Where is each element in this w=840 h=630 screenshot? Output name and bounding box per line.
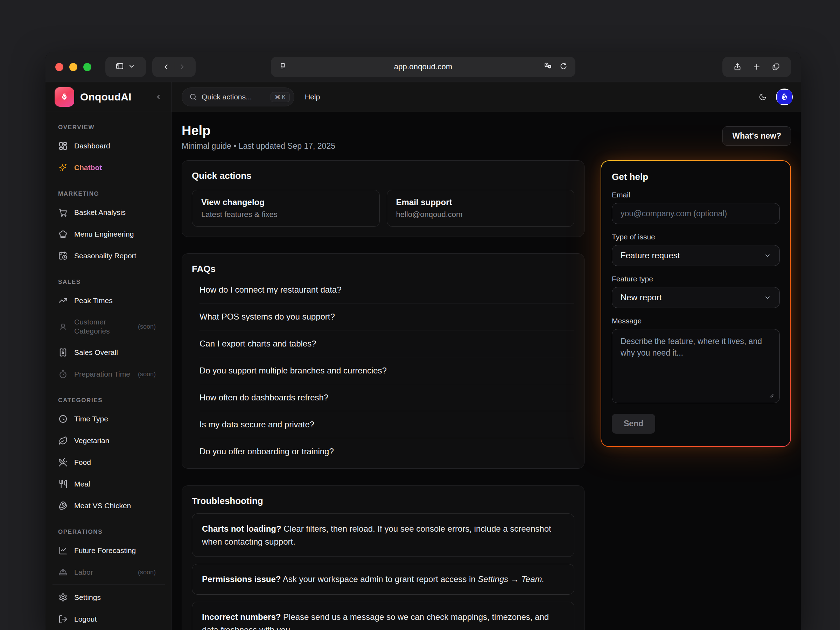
sidebar-item-label: Chatbot [74, 163, 102, 172]
troubleshooting-italic: Settings → Team. [478, 574, 544, 584]
faq-item-2[interactable]: What POS systems do you support? [199, 303, 574, 330]
new-tab-icon[interactable] [753, 63, 761, 71]
sidebar-item-preparation-time[interactable]: Preparation Time(soon) [52, 363, 165, 385]
feature-type-value: New report [621, 293, 662, 302]
sidebar-item-settings[interactable]: Settings [52, 587, 165, 608]
sidebar-item-label: Meal [74, 480, 90, 489]
troubleshooting-item-3: Incorrect numbers? Please send us a mess… [192, 602, 574, 630]
sidebar-footer: SettingsLogout [52, 584, 165, 630]
browser-sidebar-toggle[interactable] [105, 57, 146, 77]
sidebar-item-chatbot[interactable]: Chatbot [52, 157, 165, 178]
sidebar-item-sales-overall[interactable]: Sales Overall [52, 342, 165, 363]
faq-item-4[interactable]: Do you support multiple branches and cur… [199, 357, 574, 384]
sidebar-item-seasonality-report[interactable]: Seasonality Report [52, 245, 165, 267]
sidebar-item-label: Food [74, 458, 91, 467]
faq-item-1[interactable]: How do I connect my restaurant data? [199, 276, 574, 303]
faq-item-3[interactable]: Can I export charts and tables? [199, 330, 574, 357]
cart-icon [58, 208, 68, 217]
issue-type-select[interactable]: Feature request [612, 245, 780, 266]
utensils-crossed-icon [58, 458, 68, 467]
view-changelog-button[interactable]: View changelogLatest features & fixes [192, 190, 380, 227]
soon-badge: (soon) [134, 323, 156, 330]
whats-new-button[interactable]: What's new? [722, 126, 791, 145]
feature-type-select[interactable]: New report [612, 287, 780, 308]
sidebar-item-label: Peak Times [74, 296, 113, 305]
share-icon[interactable] [733, 63, 742, 71]
nav-item-help[interactable]: Help [305, 93, 320, 101]
sidebar-item-meal[interactable]: Meal [52, 473, 165, 495]
feature-type-label: Feature type [612, 275, 780, 283]
sidebar-item-label: Sales Overall [74, 348, 118, 357]
sidebar-item-menu-engineering[interactable]: Menu Engineering [52, 223, 165, 245]
sidebar-collapse-button[interactable] [154, 93, 163, 101]
close-window-button[interactable] [55, 63, 63, 71]
email-support-button[interactable]: Email supporthello@onqoud.com [387, 190, 575, 227]
sidebar: OnqoudAI OVERVIEWDashboardChatbotMARKETI… [46, 82, 172, 630]
calendar-clock-icon [58, 251, 68, 261]
translate-icon[interactable] [544, 62, 552, 72]
sidebar-section-label-overview: OVERVIEW [58, 124, 165, 131]
search-icon [189, 93, 197, 101]
leaf-icon [58, 436, 68, 445]
troubleshooting-text: Ask your workspace admin to grant report… [281, 574, 478, 584]
sparkles-icon [58, 163, 68, 172]
sidebar-item-labor[interactable]: Labor(soon) [52, 561, 165, 579]
message-field[interactable] [612, 329, 780, 403]
email-field[interactable] [612, 203, 780, 224]
sidebar-item-meat-vs-chicken[interactable]: Meat VS Chicken [52, 495, 165, 516]
browser-actions [722, 57, 791, 77]
sidebar-item-label: Seasonality Report [74, 251, 136, 261]
browser-window: app.onqoud.com OnqoudAI OVERVIEWDashboar… [46, 52, 801, 630]
faq-item-6[interactable]: Is my data secure and private? [199, 411, 574, 438]
faq-item-7[interactable]: Do you offer onboarding or training? [199, 438, 574, 465]
email-label: Email [612, 191, 780, 199]
sidebar-item-time-type[interactable]: Time Type [52, 408, 165, 430]
quick-action-title: View changelog [201, 197, 370, 207]
quick-action-subtitle: Latest features & fixes [201, 210, 370, 219]
user-avatar[interactable] [776, 88, 793, 105]
sidebar-item-basket-analysis[interactable]: Basket Analysis [52, 202, 165, 223]
raspberry-icon [60, 93, 69, 101]
sidebar-item-vegetarian[interactable]: Vegetarian [52, 430, 165, 452]
page-subtitle: Minimal guide • Last updated Sep 17, 202… [182, 141, 335, 151]
sidebar-item-customer-categories[interactable]: Customer Categories(soon) [52, 311, 165, 342]
address-bar[interactable]: app.onqoud.com [271, 57, 575, 77]
sidebar-item-food[interactable]: Food [52, 452, 165, 473]
sidebar-item-label: Settings [74, 593, 101, 602]
back-button[interactable] [162, 63, 171, 71]
minimize-window-button[interactable] [69, 63, 77, 71]
sidebar-item-label: Menu Engineering [74, 230, 134, 239]
chevron-down-icon [763, 293, 772, 302]
sidebar-section-label-categories: CATEGORIES [58, 397, 165, 404]
sidebar-item-logout[interactable]: Logout [52, 608, 165, 630]
sidebar-item-label: Customer Categories [74, 317, 134, 336]
troubleshooting-title: Troubleshooting [192, 496, 574, 507]
zoom-window-button[interactable] [83, 63, 92, 71]
sidebar-item-label: Basket Analysis [74, 208, 126, 217]
clock-icon [58, 414, 68, 424]
quick-actions-search[interactable]: Quick actions... ⌘ K [182, 87, 294, 106]
search-shortcut-badge: ⌘ K [270, 92, 290, 102]
avatar-raspberry-icon [780, 93, 789, 101]
browser-history-nav [152, 57, 196, 77]
sidebar-item-label: Vegetarian [74, 436, 109, 445]
hard-hat-icon [58, 567, 68, 577]
get-help-title: Get help [612, 172, 780, 182]
sidebar-item-dashboard[interactable]: Dashboard [52, 135, 165, 157]
url-text: app.onqoud.com [394, 62, 453, 71]
faq-item-5[interactable]: How often do dashboards refresh? [199, 384, 574, 411]
troubleshooting-item-2: Permissions issue? Ask your workspace ad… [192, 564, 574, 594]
resize-handle[interactable] [768, 392, 776, 400]
chevron-down-icon [763, 251, 772, 260]
reader-icon[interactable] [279, 62, 287, 72]
tab-overview-icon[interactable] [772, 63, 780, 71]
troubleshooting-lead: Permissions issue? [202, 574, 281, 584]
sidebar-item-peak-times[interactable]: Peak Times [52, 290, 165, 311]
reload-icon[interactable] [559, 62, 568, 72]
send-button[interactable]: Send [612, 414, 655, 434]
forward-button[interactable] [178, 63, 186, 71]
sidebar-item-future-forecasting[interactable]: Future Forecasting [52, 540, 165, 561]
dark-mode-toggle[interactable] [758, 93, 767, 101]
dashboard-icon [58, 141, 68, 151]
nav-divider [174, 62, 174, 72]
